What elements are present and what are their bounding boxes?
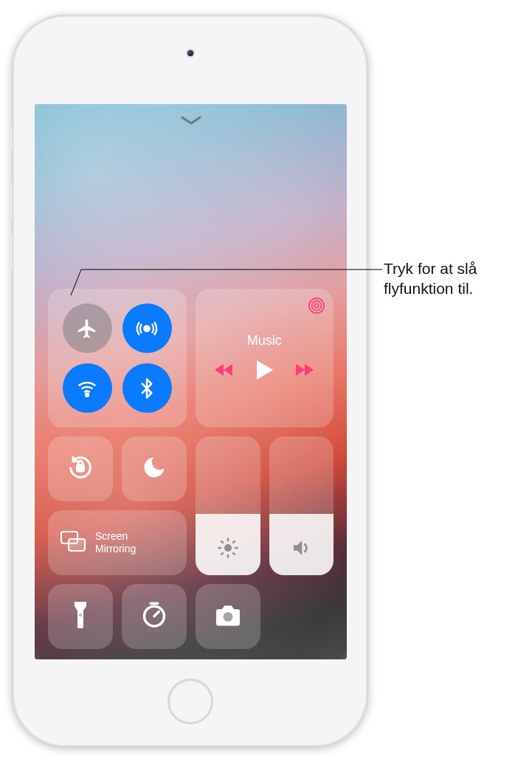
- svg-point-9: [79, 614, 82, 617]
- airplay-icon[interactable]: [308, 298, 325, 317]
- volume-slider[interactable]: [269, 436, 334, 575]
- do-not-disturb-button[interactable]: [122, 436, 187, 501]
- svg-point-2: [314, 303, 319, 308]
- wifi-icon: [76, 377, 98, 399]
- front-camera: [186, 49, 195, 58]
- media-module[interactable]: Music: [196, 289, 334, 428]
- camera-button[interactable]: [196, 584, 260, 649]
- side-button-volume-down: [10, 233, 13, 271]
- svg-rect-7: [69, 539, 85, 551]
- connectivity-module[interactable]: [48, 289, 187, 428]
- bluetooth-button[interactable]: [122, 363, 172, 413]
- bluetooth-icon: [136, 377, 158, 399]
- flashlight-button[interactable]: [48, 584, 113, 649]
- media-next-icon[interactable]: [294, 363, 314, 380]
- collapse-chevron-icon[interactable]: [181, 116, 201, 126]
- screen-mirroring-button[interactable]: Screen Mirroring: [48, 510, 187, 575]
- device-ipod-frame: Music: [12, 15, 368, 747]
- brightness-icon: [217, 537, 239, 562]
- camera-icon: [213, 603, 243, 630]
- media-previous-icon[interactable]: [215, 363, 234, 380]
- orientation-lock-button[interactable]: [48, 436, 113, 501]
- home-button[interactable]: [167, 679, 213, 724]
- screen-mirroring-icon: [60, 530, 86, 555]
- flashlight-icon: [72, 600, 89, 633]
- device-screen: Music: [35, 104, 347, 659]
- svg-point-3: [312, 301, 322, 311]
- side-button-volume-up: [10, 182, 13, 221]
- timer-button[interactable]: [122, 584, 187, 649]
- airplane-mode-button[interactable]: [63, 303, 112, 353]
- moon-icon: [141, 454, 167, 484]
- media-title: Music: [247, 333, 282, 349]
- wifi-button[interactable]: [63, 363, 112, 413]
- airdrop-button[interactable]: [122, 303, 172, 353]
- orientation-lock-icon: [66, 453, 95, 485]
- airdrop-icon: [136, 318, 158, 340]
- svg-point-11: [224, 612, 233, 622]
- svg-point-1: [86, 393, 89, 396]
- svg-point-8: [224, 544, 232, 552]
- svg-point-0: [144, 326, 150, 332]
- screen-mirroring-label: Screen Mirroring: [95, 530, 136, 555]
- airplane-icon: [76, 318, 98, 340]
- timer-icon: [140, 601, 168, 632]
- brightness-slider[interactable]: [196, 436, 260, 575]
- callout-text: Tryk for at slå flyfunktion til.: [384, 258, 524, 299]
- svg-rect-5: [77, 465, 84, 471]
- control-center: Music: [35, 104, 347, 659]
- side-button-lock-switch: [10, 126, 13, 151]
- volume-icon: [290, 537, 312, 562]
- media-play-icon[interactable]: [255, 359, 274, 384]
